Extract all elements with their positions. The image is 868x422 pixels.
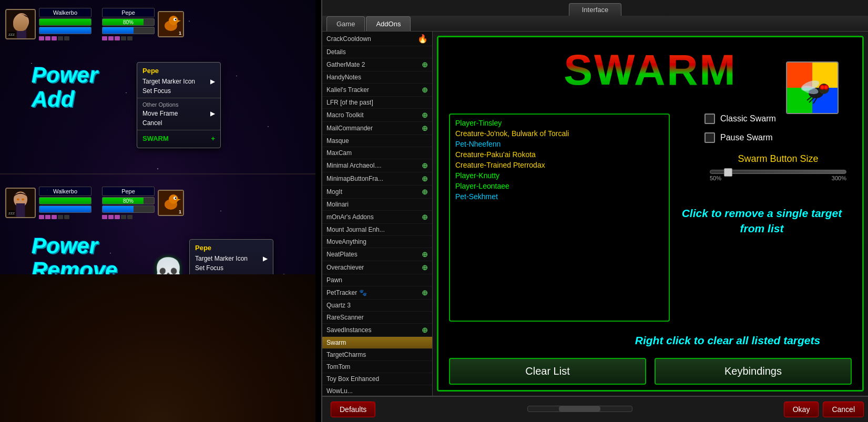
horizontal-scrollbar-thumb[interactable] <box>559 406 600 411</box>
addon-item-gathermate2[interactable]: GatherMate 2 ⊕ <box>322 58 432 71</box>
addon-item-handynotes[interactable]: HandyNotes <box>322 71 432 84</box>
addon-item-rarescanner[interactable]: RareScanner <box>322 312 432 324</box>
context-menu-cancel-top[interactable]: Cancel <box>137 118 220 128</box>
addon-item-minimal-archaeol[interactable]: Minimal Archaeol.... ⊕ <box>322 159 432 172</box>
context-menu-set-focus-top[interactable]: Set Focus <box>137 86 220 96</box>
player-frame-walkerbo: zzz Walkerbo <box>5 8 91 40</box>
player-frame-pepe-bottom: Pepe 80% <box>102 187 184 219</box>
swarm-panel: SWARM Player-Tinsley Creature-Jo'nok, Bu… <box>437 36 864 392</box>
pause-swarm-checkbox[interactable] <box>704 132 715 143</box>
addon-item-mailcommander[interactable]: MailCommander ⊕ <box>322 122 432 135</box>
options-panel: Classic Swarm Pause Swarm Swarm Button S… <box>704 114 852 182</box>
target-item-player-leontaee[interactable]: Player-Leontaee <box>453 181 666 191</box>
swarm-label-bottom: SWARM <box>195 312 221 320</box>
addon-item-swarm[interactable]: Swarm <box>322 337 432 349</box>
addon-item-toybox[interactable]: Toy Box Enhanced <box>322 373 432 385</box>
context-menu-cancel-bottom[interactable]: Cancel <box>190 295 273 305</box>
cancel-button[interactable]: Cancel <box>823 402 864 417</box>
addon-item-neatplates[interactable]: NeatPlates ⊕ <box>322 248 432 261</box>
addon-item-details[interactable]: Details <box>322 46 432 58</box>
target-item-creature-jonok[interactable]: Creature-Jo'nok, Bulwark of Torcali <box>453 128 666 139</box>
health-bar-walkerbo <box>39 18 91 26</box>
context-menu-top: Pepe Target Marker Icon ▶ Set Focus Othe… <box>137 62 221 148</box>
context-menu-set-focus-bottom[interactable]: Set Focus <box>190 263 273 273</box>
addon-item-crackcooldown[interactable]: CrackCooldown 🔥 <box>322 32 432 46</box>
mana-fill-pepe <box>103 27 134 34</box>
addon-item-pettracker[interactable]: PetTracker 🐾 ⊕ <box>322 286 432 300</box>
mana-bar-pepe <box>102 27 155 34</box>
target-item-player-tinsley[interactable]: Player-Tinsley <box>453 118 666 128</box>
svg-point-13 <box>17 199 19 201</box>
addon-item-pawn[interactable]: Pawn <box>322 274 432 286</box>
addon-item-savedinstances[interactable]: SavedInstances ⊕ <box>322 324 432 337</box>
macro-plus: ⊕ <box>422 111 428 119</box>
addon-item-moveanything[interactable]: MoveAnything <box>322 236 432 248</box>
player-frames-bottom: zzz Walkerbo P <box>5 187 184 219</box>
move-frame-arrow-bottom: ▶ <box>263 287 268 294</box>
tab-game[interactable]: Game <box>326 16 365 31</box>
clear-list-button[interactable]: Clear List <box>449 358 646 385</box>
addon-item-quartz[interactable]: Quartz 3 <box>322 300 432 312</box>
zzz-badge-walkerbo-bottom: zzz <box>7 210 16 216</box>
set-focus-label-bottom: Set Focus <box>195 264 223 272</box>
slider-track[interactable] <box>710 170 846 174</box>
target-item-creature-pakuai[interactable]: Creature-Paku'ai Rokota <box>453 149 666 160</box>
content-area: CrackCooldown 🔥 Details GatherMate 2 ⊕ H… <box>322 32 868 396</box>
addon-item-maxcam[interactable]: MaxCam <box>322 147 432 159</box>
svg-text:SWARM: SWARM <box>564 46 737 92</box>
addon-name-mailcommander: MailCommander <box>326 125 373 132</box>
addon-item-wowlu[interactable]: WowLu... <box>322 385 432 396</box>
move-frame-arrow-top: ▶ <box>210 110 215 117</box>
target-marker-arrow-bottom: ▶ <box>263 255 268 262</box>
target-marker-label-bottom: Target Marker Icon <box>195 255 248 262</box>
addon-item-mogit[interactable]: MogIt ⊕ <box>322 186 432 199</box>
health-bar-wrapper-pepe: 80% <box>102 18 155 26</box>
health-fill-walkerbo <box>39 19 91 25</box>
tab-addons[interactable]: AddOns <box>366 16 411 31</box>
addon-item-lfr[interactable]: LFR [of the past] <box>322 97 432 109</box>
addon-item-macro[interactable]: Macro Toolkit ⊕ <box>322 109 432 122</box>
addon-item-monar[interactable]: mOnAr's Addons ⊕ <box>322 211 432 224</box>
addon-name-rarescanner: RareScanner <box>326 314 364 321</box>
svg-rect-12 <box>16 203 25 217</box>
resource-bar-3 <box>52 36 57 40</box>
addon-item-masque[interactable]: Masque <box>322 135 432 147</box>
tab-interface[interactable]: Interface <box>569 3 622 16</box>
minimapbutton-plus: ⊕ <box>422 174 428 183</box>
context-menu-move-frame-bottom[interactable]: Move Frame ▶ <box>190 286 273 295</box>
addon-item-mountjournal[interactable]: Mount Journal Enh... <box>322 224 432 236</box>
avatar-walkerbo: zzz <box>5 9 36 39</box>
resource-bar-p2-1 <box>102 36 107 40</box>
target-item-creature-pterrodax[interactable]: Creature-Trained Pterrodax <box>453 160 666 170</box>
target-item-player-knutty[interactable]: Player-Knutty <box>453 170 666 181</box>
okay-button[interactable]: Okay <box>784 402 819 417</box>
avatar-walkerbo-bottom: zzz <box>5 188 36 218</box>
addon-name-mountjournal: Mount Journal Enh... <box>326 226 385 233</box>
context-menu-move-frame-top[interactable]: Move Frame ▶ <box>137 109 220 118</box>
target-item-pet-sekhmet[interactable]: Pet-Sekhmet <box>453 191 666 202</box>
target-list[interactable]: Player-Tinsley Creature-Jo'nok, Bulwark … <box>449 114 670 322</box>
addon-item-minimapbutton[interactable]: MinimapButtonFra... ⊕ <box>322 172 432 186</box>
target-item-pet-nheefenn[interactable]: Pet-Nheefenn <box>453 139 666 149</box>
context-menu-swarm-add[interactable]: SWARM + <box>137 132 220 145</box>
svg-point-1 <box>14 13 29 30</box>
context-menu-swarm-remove[interactable]: SWARM ✕ <box>190 310 273 322</box>
swarm-title-svg: SWARM <box>550 45 750 92</box>
addon-item-tomtom[interactable]: TomTom <box>322 361 432 373</box>
context-menu-target-marker-top[interactable]: Target Marker Icon ▶ <box>137 77 220 86</box>
addon-item-targetcharms[interactable]: TargetCharms <box>322 349 432 361</box>
addon-item-molinari[interactable]: Molinari <box>322 199 432 211</box>
skull-icon: 💀 <box>152 256 184 286</box>
addon-item-overachiever[interactable]: Overachiever ⊕ <box>322 261 432 274</box>
defaults-button[interactable]: Defaults <box>331 402 375 417</box>
context-menu-target-marker-bottom[interactable]: Target Marker Icon ▶ <box>190 254 273 263</box>
classic-swarm-checkbox[interactable] <box>704 114 715 124</box>
addon-name-savedinstances: SavedInstances <box>326 326 371 334</box>
addon-item-kaliel[interactable]: Kaliel's Tracker ⊕ <box>322 84 432 97</box>
keybindings-button[interactable]: Keybindings <box>655 358 852 385</box>
rb-bottom-3 <box>52 215 57 219</box>
svg-point-30 <box>821 86 824 89</box>
power-remove-text1: Power <box>32 234 117 258</box>
slider-thumb[interactable] <box>724 168 732 177</box>
context-menu-bottom-title: Pepe <box>190 243 273 254</box>
